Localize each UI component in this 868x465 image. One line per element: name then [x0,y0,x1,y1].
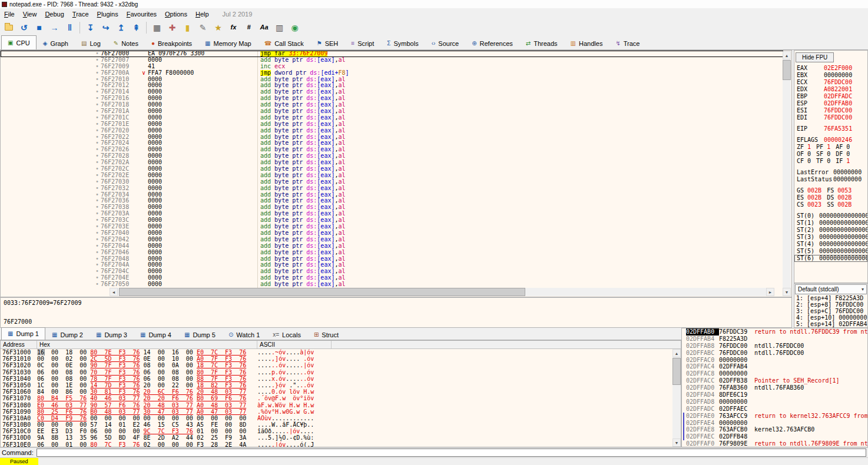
breakpoint-dot[interactable]: • [1,281,101,288]
breakpoint-dot[interactable]: • [1,82,101,89]
register-row[interactable]: ST(2)00000000000000000000 [794,227,867,234]
execute-till-return-button[interactable]: ↥ [114,21,128,34]
register-row[interactable]: LastError00000000 [794,169,867,176]
breakpoint-dot[interactable]: • [1,77,101,83]
calculator-button[interactable]: # [241,21,256,34]
breakpoint-dot[interactable]: • [1,134,101,141]
menu-file[interactable]: File [0,9,19,19]
tab-dump-2[interactable]: ▦Dump 2 [45,329,90,340]
dump-row[interactable]: 76F3100016 00 18 0080 7E F3 7614 00 16 0… [1,349,681,356]
stack-row[interactable]: 02DFFAE8763AFCB0kernel32.763AFCB0 [682,426,867,433]
command-input[interactable] [37,449,866,457]
scroll-up-arrow[interactable]: ▲ [783,51,791,59]
hide-fpu-button[interactable]: Hide FPU [796,52,834,62]
register-row[interactable]: EBX00000000 [794,72,867,79]
disasm-row[interactable]: •76F2700A∨FFA7 F8000000jmp dword ptr ds:… [1,70,783,77]
strings-button[interactable]: Aa [257,21,271,34]
breakpoint-dot[interactable]: • [1,243,101,250]
tab-dump-4[interactable]: ▦Dump 4 [134,329,178,340]
breakpoint-dot[interactable]: • [1,179,101,185]
stack-arg-row[interactable]: 3: [esp+C] 76FDDC00 [796,308,867,314]
register-row[interactable]: ESI76FDDC00 [794,107,867,114]
breakpoint-dot[interactable]: • [1,147,101,153]
breakpoint-dot[interactable]: • [1,230,101,237]
dump-row[interactable]: 76F310C0EE E3 D3 F006 00 00 009C 7C F3 7… [1,428,681,434]
tab-script[interactable]: ≡Script [344,37,380,49]
register-row[interactable]: EIP76FA5351 [794,125,867,132]
tab-source[interactable]: ‹›Source [425,37,466,49]
patches-button[interactable]: ✚ [165,21,180,34]
register-row[interactable]: ST(4)00000000000000000000 [794,241,867,248]
step-over-button[interactable]: ↪ [98,21,113,34]
dump-row[interactable]: 76F310E006 00 01 0080 7C F3 7602 00 00 0… [1,441,681,447]
disasm-row[interactable]: •76F270200000add byte ptr ds:[eax],al [1,128,783,134]
breakpoint-dot[interactable]: • [1,275,101,281]
scrollbar-thumb[interactable] [672,358,681,385]
register-row[interactable]: ST(6)00000000000000000000 [794,255,867,262]
breakpoint-dot[interactable]: • [1,204,101,211]
dump-row[interactable]: 76F310A0C0 D4 F9 7600 00 00 0000 00 00 0… [1,415,681,421]
tab-handles[interactable]: ▥Handles [564,37,609,49]
dump-row[interactable]: 76F3104006 00 08 0078 7F F3 7606 00 08 0… [1,376,681,382]
tab-struct[interactable]: ⊞Struct [307,329,345,340]
scroll-down-arrow[interactable]: ▼ [783,288,791,296]
breakpoint-dot[interactable]: • [1,102,101,108]
breakpoint-dot[interactable]: • [1,70,101,77]
stack-row[interactable]: 02DFFAB076FDDC39return to ntdll.76FDDC39… [682,328,867,336]
breakpoint-dot[interactable]: • [1,160,101,166]
tab-symbols[interactable]: ΣSymbols [380,37,425,49]
register-row[interactable]: LastStatus00000000 [794,176,867,183]
dump-vertical-scrollbar[interactable]: ▲ ▼ [672,349,681,447]
tab-cpu[interactable]: ▣CPU [1,35,37,49]
tab-graph[interactable]: ◈Graph [37,37,75,49]
breakpoint-dot[interactable]: • [1,166,101,172]
restart-button[interactable]: ↺ [16,21,31,34]
register-row[interactable]: EDI76FDDC00 [794,114,867,121]
disassembly-horizontal-scrollbar[interactable]: ◄ ► [110,288,774,296]
menu-favourites[interactable]: Favourites [122,9,161,19]
tab-call-stack[interactable]: ☎Call Stack [258,37,310,49]
pause-button[interactable]: ‖ [62,21,77,34]
breakpoint-dot[interactable]: • [1,95,101,102]
stack-row[interactable]: 02DFFAE400000000 [682,420,867,427]
disasm-row[interactable]: •76F270500000add byte ptr ds:[eax],al [1,281,783,288]
titlebar[interactable]: notepad.exe - PID: 7968 - Thread: 9432 -… [0,0,868,8]
stack-row[interactable]: 02DFFACC02DFFB38Pointer to SEH_Record[1] [682,377,867,384]
tab-references[interactable]: ⊕References [465,37,519,49]
breakpoint-dot[interactable]: • [1,192,101,198]
breakpoint-dot[interactable]: • [1,89,101,95]
dump-row[interactable]: 76F3109080 25 F6 76B0 48 03 7730 47 03 7… [1,408,681,415]
stop-button[interactable]: ■ [32,21,47,34]
run-button[interactable]: → [47,21,62,34]
breakpoint-dot[interactable]: • [1,57,101,64]
update-button[interactable]: ◉ [287,21,302,34]
stack-row[interactable]: 02DFFAB876FDDC00ntdll.76FDDC00 [682,343,867,350]
breakpoint-dot[interactable]: • [1,51,101,57]
dump-row[interactable]: 76F3106084 00 86 0030 81 F3 7620 6C F6 7… [1,388,681,395]
tab-threads[interactable]: ⇄Threads [519,37,564,49]
handles-tool-button[interactable]: ▥ [272,21,287,34]
disassembly-vertical-scrollbar[interactable]: ▲ ▼ [783,51,791,296]
labels-button[interactable]: ✎ [196,21,210,34]
stack-row[interactable]: 02DFFAD48DFE6C19 [682,391,867,398]
register-row[interactable]: EFLAGS00000246 [794,137,867,144]
breakpoint-dot[interactable]: • [1,224,101,230]
breakpoint-dot[interactable]: • [1,237,101,243]
menu-debug[interactable]: Debug [41,9,68,19]
register-row[interactable]: OF 0SF 0DF 0 [794,151,867,158]
breakpoint-dot[interactable]: • [1,217,101,224]
register-row[interactable]: ST(3)00000000000000000000 [794,234,867,241]
register-row[interactable]: ESP02DFFAB0 [794,100,867,107]
dump-row[interactable]: 76F310501C 00 1E 0014 7D F3 7620 00 22 0… [1,382,681,388]
stack-arg-row[interactable]: 1: [esp+4] F8225A3D [796,295,867,301]
menu-options[interactable]: Options [161,9,191,19]
breakpoint-dot[interactable]: • [1,256,101,263]
register-row[interactable]: EAX02E2F000 [794,65,867,72]
breakpoint-dot[interactable]: • [1,268,101,275]
register-row[interactable]: CS 0023SS 002B [794,201,867,208]
tab-seh[interactable]: ⚑SEH [310,37,345,49]
breakpoint-dot[interactable]: • [1,128,101,134]
stack-row[interactable]: 02DFFAC000000000 [682,357,867,364]
stack-row[interactable]: 02DFFAB4F8225A3D [682,336,867,343]
menu-view[interactable]: View [19,9,41,19]
